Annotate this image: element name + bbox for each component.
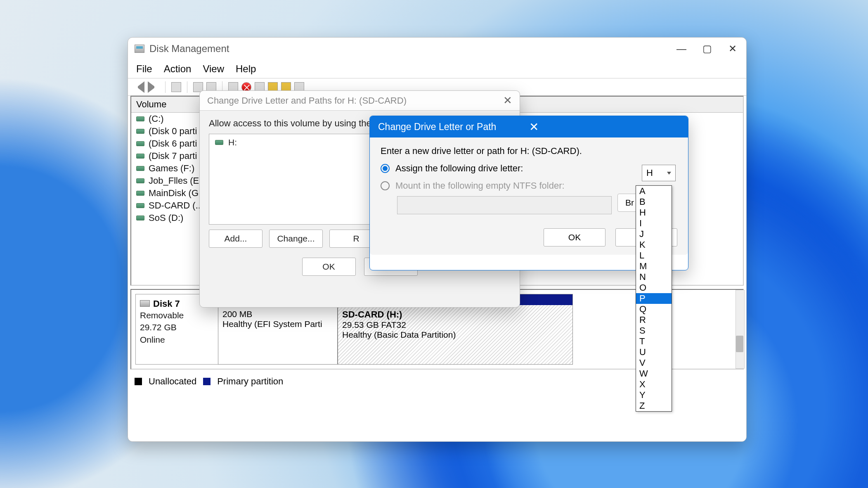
drive-icon [136, 141, 144, 146]
dropdown-option[interactable]: A [636, 186, 672, 197]
dropdown-option[interactable]: I [636, 218, 672, 229]
dropdown-option[interactable]: W [636, 368, 672, 379]
volume-label: (Disk 7 parti [149, 151, 197, 161]
menu-action[interactable]: Action [164, 63, 192, 75]
menubar: File Action View Help [128, 60, 746, 78]
dialog-titlebar[interactable]: Change Drive Letter or Path ✕ [370, 116, 688, 137]
drive-icon [136, 154, 144, 159]
close-icon[interactable]: ✕ [529, 120, 680, 134]
disk-status: Online [140, 334, 214, 346]
back-icon[interactable] [133, 81, 144, 93]
drive-letter-combobox[interactable]: H [642, 165, 676, 181]
dropdown-option[interactable]: M [636, 261, 672, 272]
dropdown-option[interactable]: R [636, 315, 672, 325]
dropdown-option[interactable]: V [636, 358, 672, 368]
volume-label: SD-CARD (... [149, 200, 203, 211]
minimize-button[interactable]: — [674, 42, 688, 56]
legend-swatch-unallocated [135, 378, 142, 385]
menu-file[interactable]: File [136, 63, 152, 75]
dropdown-option[interactable]: T [636, 336, 672, 347]
chevron-down-icon [667, 172, 671, 175]
partition-size: 200 MB [222, 309, 333, 319]
legend-primary: Primary partition [217, 376, 283, 387]
change-button[interactable]: Change... [269, 230, 323, 248]
dialog-title: Change Drive Letter or Path [378, 121, 529, 133]
ok-button[interactable]: OK [544, 228, 605, 246]
drive-letter-dropdown[interactable]: ABHIJKLMNOPQRSTUVWXYZ [636, 185, 672, 412]
dropdown-option[interactable]: J [636, 229, 672, 239]
dropdown-option[interactable]: H [636, 207, 672, 218]
titlebar[interactable]: Disk Management — ▢ ✕ [128, 38, 746, 60]
drive-letter-value: H [646, 168, 653, 178]
partition-status: Healthy (Basic Data Partition) [342, 330, 568, 340]
partition-status: Healthy (EFI System Parti [222, 319, 333, 329]
volume-label: (Disk 0 parti [149, 126, 197, 137]
add-button[interactable]: Add... [209, 230, 263, 248]
drive-icon [136, 216, 144, 220]
dropdown-option[interactable]: X [636, 379, 672, 390]
volume-label: Job_Flles (E: [149, 175, 201, 186]
dialog-titlebar[interactable]: Change Drive Letter and Paths for H: (SD… [200, 91, 520, 111]
dropdown-option[interactable]: U [636, 347, 672, 358]
volume-label: (C:) [149, 114, 164, 124]
ntfs-path-input [397, 196, 612, 214]
drive-icon [136, 129, 144, 134]
separator [187, 81, 187, 93]
disk-name: Disk 7 [153, 298, 180, 309]
dropdown-option[interactable]: L [636, 250, 672, 261]
scrollbar-thumb[interactable] [736, 336, 743, 352]
partition-name: SD-CARD (H:) [342, 309, 568, 320]
app-icon [135, 45, 144, 53]
disk-type: Removable [140, 309, 214, 321]
partition-info: 29.53 GB FAT32 [342, 320, 568, 330]
disk-icon [140, 300, 150, 307]
close-button[interactable]: ✕ [726, 42, 740, 56]
dropdown-option[interactable]: K [636, 239, 672, 250]
dropdown-option[interactable]: Z [636, 400, 672, 411]
dropdown-option[interactable]: S [636, 325, 672, 336]
drive-icon [136, 116, 144, 121]
dropdown-option[interactable]: B [636, 197, 672, 207]
ok-button[interactable]: OK [302, 258, 356, 276]
dropdown-option[interactable]: Y [636, 390, 672, 400]
close-icon[interactable]: ✕ [503, 94, 512, 107]
drive-icon [136, 203, 144, 208]
radio-assign[interactable] [381, 164, 390, 173]
legend-swatch-primary [203, 378, 210, 385]
app-title: Disk Management [149, 43, 674, 54]
drive-letter: H: [228, 137, 237, 147]
dropdown-option[interactable]: O [636, 282, 672, 293]
drive-icon [136, 178, 144, 183]
drive-icon [136, 166, 144, 171]
dialog-prompt: Enter a new drive letter or path for H: … [381, 146, 677, 156]
volume-label: Games (F:) [149, 163, 194, 174]
scrollbar[interactable] [736, 290, 745, 369]
option-assign-label: Assign the following drive letter: [395, 163, 523, 174]
dropdown-option[interactable]: P [636, 293, 672, 304]
toolbar-icon[interactable] [171, 82, 181, 92]
separator [165, 81, 166, 93]
legend-unallocated: Unallocated [149, 376, 196, 387]
volume-label: (Disk 6 parti [149, 138, 197, 149]
radio-mount[interactable] [381, 181, 390, 190]
menu-help[interactable]: Help [236, 63, 256, 75]
maximize-button[interactable]: ▢ [700, 42, 714, 56]
window-buttons: — ▢ ✕ [674, 42, 740, 56]
dropdown-option[interactable]: N [636, 272, 672, 282]
dialog-title: Change Drive Letter and Paths for H: (SD… [207, 95, 503, 106]
forward-icon[interactable] [148, 81, 159, 93]
disk-size: 29.72 GB [140, 321, 214, 333]
option-assign[interactable]: Assign the following drive letter: [381, 163, 677, 174]
dropdown-option[interactable]: Q [636, 304, 672, 315]
menu-view[interactable]: View [203, 63, 224, 75]
volume-label: SoS (D:) [149, 213, 183, 223]
drive-icon [136, 191, 144, 196]
option-mount-label: Mount in the following empty NTFS folder… [395, 180, 565, 191]
option-mount[interactable]: Mount in the following empty NTFS folder… [381, 180, 677, 191]
drive-icon [215, 140, 223, 145]
volume-label: MainDisk (G [149, 188, 199, 199]
